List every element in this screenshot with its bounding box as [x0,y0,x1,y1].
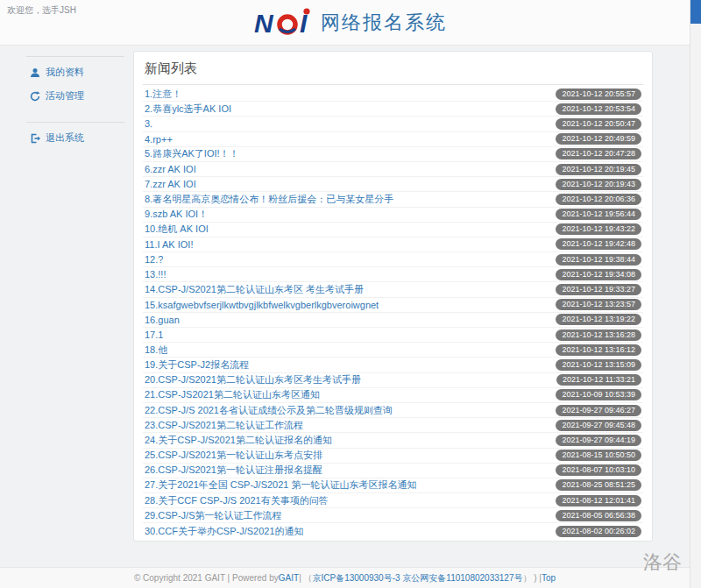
news-link[interactable]: 12.? [145,254,163,265]
news-link[interactable]: 5.路康兴AK了IOI!！！ [145,147,239,160]
scrollbar-thumb[interactable] [690,0,701,24]
news-row: 21.CSP-JS2021第二轮认证山东考区通知2021-10-09 10:53… [143,388,643,403]
news-timestamp-badge: 2021-10-12 20:49:59 [556,133,641,145]
news-timestamp-badge: 2021-10-12 20:19:45 [556,164,641,175]
news-timestamp-badge: 2021-10-12 13:16:12 [556,344,641,356]
news-link[interactable]: 23.CSP-J/S2021第二轮认证工作流程 [145,419,303,432]
news-link[interactable]: 17.1 [145,329,163,340]
noi-logo-icon: N I [254,5,312,40]
logo-letter-n: N [254,9,274,38]
news-link[interactable]: 1.注意！ [145,88,181,101]
news-timestamp-badge: 2021-10-12 19:43:22 [556,223,641,235]
news-row: 1.注意！2021-10-12 20:55:57 [143,87,643,102]
footer-separator-2: ） ) | [522,572,541,584]
news-link[interactable]: 6.zzr AK IOI [145,164,196,174]
news-row: 6.zzr AK IOI2021-10-12 20:19:45 [143,162,643,177]
sidebar-item-label: 活动管理 [46,89,84,103]
news-row: 16.guan2021-10-12 13:19:22 [143,313,643,328]
news-link[interactable]: 29.CSP-J/S第一轮认证工作流程 [145,509,281,522]
news-row: 23.CSP-J/S2021第二轮认证工作流程2021-09-27 09:45:… [143,418,643,433]
news-link[interactable]: 26.CSP-J/S2021第一轮认证注册报名提醒 [145,464,322,477]
news-link[interactable]: 14.CSP-J/S2021第二轮认证山东考区 考生考试手册 [145,283,364,296]
back-to-top-link[interactable]: Top [542,573,556,583]
news-row: 26.CSP-J/S2021第一轮认证注册报名提醒2021-08-07 10:0… [143,464,643,478]
news-timestamp-badge: 2021-10-12 20:06:36 [556,194,641,205]
news-link[interactable]: 4.rp++ [145,134,173,145]
news-link[interactable]: 11.I AK IOI! [145,239,193,250]
news-link[interactable]: 24.关于CSP-J/S2021第二轮认证报名的通知 [145,434,332,447]
news-timestamp-badge: 2021-09-27 09:45:48 [556,420,641,431]
news-timestamp-badge: 2021-10-09 10:53:39 [556,389,641,400]
news-row: 7.zzr AK IOI2021-10-12 20:19:43 [143,177,643,192]
news-timestamp-badge: 2021-10-12 13:16:28 [556,329,641,341]
news-link[interactable]: 19.关于CSP-J2报名流程 [145,358,249,372]
news-timestamp-badge: 2021-10-12 20:47:28 [556,148,641,159]
news-timestamp-badge: 2021-08-07 10:03:10 [556,464,641,476]
news-link[interactable]: 13.!!! [145,269,166,280]
news-link[interactable]: 8.著名明星高京奥恋情公布！粉丝后援会：已与某女星分手 [145,193,393,206]
news-link[interactable]: 15.ksafgwebvfserjlkwtbvgjlkbfwelkvgberlk… [145,300,379,310]
news-link[interactable]: 7.zzr AK IOI [145,179,196,189]
sidebar-item-label: 我的资料 [46,66,84,79]
news-timestamp-badge: 2021-09-27 09:44:19 [556,435,641,446]
news-link[interactable]: 10.绝机 AK IOI [145,223,209,236]
news-timestamp-badge: 2021-10-12 19:42:48 [556,238,641,250]
news-row: 25.CSP-J/S2021第一轮认证山东考点安排2021-08-15 10:5… [143,449,643,464]
scrollbar[interactable] [690,0,701,588]
news-row: 22.CSP-J/S 2021各省认证成绩公示及第二轮晋级规则查询2021-09… [143,403,643,418]
news-link[interactable]: 21.CSP-JS2021第二轮认证山东考区通知 [145,388,320,401]
logout-icon [30,133,40,144]
news-timestamp-badge: 2021-10-12 13:19:22 [556,314,641,325]
sidebar-item-my-profile[interactable]: 我的资料 [26,60,124,84]
news-list-title: 新闻列表 [143,59,643,85]
news-link[interactable]: 2.恭喜ylc选手AK IOI [145,103,231,116]
news-row: 5.路康兴AK了IOI!！！2021-10-12 20:47:28 [143,147,643,162]
news-row: 19.关于CSP-J2报名流程2021-10-12 13:15:09 [143,358,643,372]
news-row: 27.关于2021年全国 CSP-J/S2021 第一轮认证山东考区报名通知20… [143,478,643,493]
icp-license-link[interactable]: 京ICP备13000930号-3 京公网安备11010802033127号 [313,572,523,584]
news-link[interactable]: 3. [145,118,152,129]
news-timestamp-badge: 2021-08-25 08:51:25 [556,479,641,491]
news-row: 9.szb AK IOI！2021-10-12 19:56:44 [143,208,643,223]
news-row: 24.关于CSP-J/S2021第二轮认证报名的通知2021-09-27 09:… [143,433,643,448]
news-timestamp-badge: 2021-10-12 19:34:08 [556,269,641,280]
news-row: 29.CSP-J/S第一轮认证工作流程2021-08-05 06:56:38 [143,508,643,523]
news-row: 4.rp++2021-10-12 20:49:59 [143,132,643,147]
news-link[interactable]: 18.他 [145,344,167,357]
news-timestamp-badge: 2021-08-15 10:50:50 [556,450,641,461]
sidebar: 我的资料 活动管理 退出系统 [26,51,124,542]
news-link[interactable]: 28.关于CCF CSP-J/S 2021有关事项的问答 [145,494,329,507]
news-row: 3.2021-10-12 20:50:47 [143,117,643,131]
gait-link[interactable]: GAIT [279,573,299,583]
news-timestamp-badge: 2021-10-12 19:33:27 [556,284,641,295]
news-row: 28.关于CCF CSP-J/S 2021有关事项的问答2021-08-12 1… [143,493,643,508]
news-row: 11.I AK IOI!2021-10-12 19:42:48 [143,237,643,252]
news-link[interactable]: 9.szb AK IOI！ [145,208,208,221]
news-link[interactable]: 16.guan [145,315,180,325]
news-timestamp-badge: 2021-10-12 11:33:21 [556,374,641,386]
activity-icon [30,91,40,102]
news-timestamp-badge: 2021-10-12 19:38:44 [556,254,641,266]
main-content: 新闻列表 1.注意！2021-10-12 20:55:572.恭喜ylc选手AK… [133,51,653,542]
news-row: 2.恭喜ylc选手AK IOI2021-10-12 20:53:54 [143,102,643,117]
news-row: 20.CSP-J/S2021第二轮认证山东考区考生考试手册2021-10-12 … [143,373,643,388]
welcome-text: 欢迎您，选手JSH [7,4,76,17]
logo-dot [303,8,309,14]
copyright-text: © Copyright 2021 GAIT | Powered by [134,573,279,583]
news-link[interactable]: 22.CSP-J/S 2021各省认证成绩公示及第二轮晋级规则查询 [145,404,393,417]
news-link[interactable]: 27.关于2021年全国 CSP-J/S2021 第一轮认证山东考区报名通知 [145,478,417,492]
news-link[interactable]: 25.CSP-J/S2021第一轮认证山东考点安排 [145,449,322,462]
news-timestamp-badge: 2021-10-12 20:55:57 [556,89,641,100]
news-timestamp-badge: 2021-10-12 13:15:09 [556,359,641,371]
news-row: 15.ksafgwebvfserjlkwtbvgjlkbfwelkvgberlk… [143,298,643,313]
news-link[interactable]: 30.CCF关于举办CSP-J/S2021的通知 [145,525,304,538]
news-link[interactable]: 20.CSP-J/S2021第二轮认证山东考区考生考试手册 [145,373,361,386]
news-row: 17.12021-10-12 13:16:28 [143,328,643,343]
sidebar-item-logout[interactable]: 退出系统 [26,126,124,150]
page-title: 网络报名系统 [321,10,447,36]
news-timestamp-badge: 2021-10-12 20:19:43 [556,179,641,190]
news-row: 12.?2021-10-12 19:38:44 [143,252,643,267]
sidebar-item-activity-management[interactable]: 活动管理 [26,84,124,108]
news-row: 13.!!!2021-10-12 19:34:08 [143,267,643,282]
news-row: 30.CCF关于举办CSP-J/S2021的通知2021-08-02 00:26… [143,523,643,538]
